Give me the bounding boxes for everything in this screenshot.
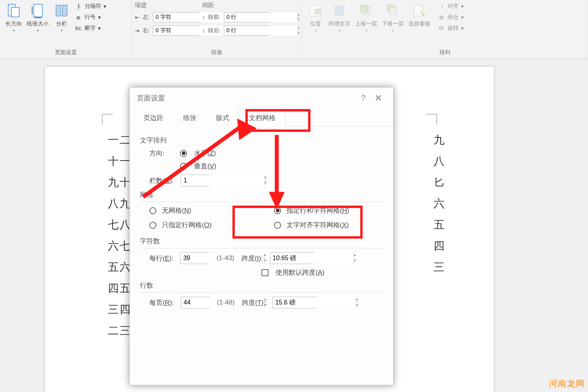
dialog-title: 页面设置 [137,93,165,103]
chevron-down-icon: ▾ [98,25,101,31]
wrap-button[interactable]: 环绕文字▾ [326,2,353,33]
send-backward-icon [385,2,401,19]
backward-button[interactable]: 下移一层▾ [379,2,406,33]
columns-count-input[interactable]: ▴▾ [181,175,210,186]
hyphenation-icon: bc [74,24,82,32]
lines-per-page-range: (1-48) [217,299,234,306]
close-icon[interactable]: ✕ [370,93,386,104]
indent-right-input[interactable]: ▴▾ [153,26,199,36]
default-pitch-label: 使用默认跨度(A) [276,268,325,277]
radio-no-grid-label: 无网格(N) [162,206,191,215]
group-label-page-setup: 页面设置 [0,47,131,58]
svg-rect-8 [315,9,320,14]
tab-document-grid[interactable]: 文档网格 [239,109,285,126]
help-icon[interactable]: ? [356,93,370,103]
radio-no-grid[interactable] [149,207,156,214]
radio-line-char-grid-label: 指定行和字符网格(H) [287,206,349,215]
margin-corner-icon [426,114,437,125]
svg-rect-16 [414,5,423,16]
group-icon: ⧉ [437,13,445,21]
svg-rect-1 [11,7,19,17]
document-text-right: 九八匕六五四三 [434,129,445,278]
default-pitch-checkbox[interactable] [261,269,269,276]
dialog-tabs: 页边距 纸张 版式 文档网格 [130,109,393,126]
indent-title: 缩进 [135,2,150,9]
margin-corner-icon [102,114,113,125]
ribbon-group-paragraph: 缩进 间距 ⇤ 左: ▴▾ ↕ 段前: ▴▾ ⇥ 右: ▴▾ ↕ 段后: ▴▾ … [132,0,302,58]
rotate-button[interactable]: ⟳旋转▾ [437,24,464,32]
columns-count-label: 栏数(C): [149,176,174,185]
radio-line-char-grid[interactable] [274,207,281,214]
spacing-after-input[interactable]: ▴▾ [224,26,270,36]
spacing-title: 间距 [202,2,270,9]
chars-per-line-label: 每行(E): [149,254,173,263]
lines-per-page-input[interactable]: ▴▾ [181,297,210,308]
chars-per-line-range: (1-43) [216,254,234,262]
hyphenation-button[interactable]: bc断字▾ [74,24,106,32]
document-text-left: 一二十一九十八九七八六七五六四五三四二三 [108,129,131,341]
group-label-arrange: 排列 [302,47,588,58]
tab-paper[interactable]: 纸张 [173,109,206,126]
radio-horizontal[interactable] [180,150,187,157]
indent-left-input[interactable]: ▴▾ [153,12,199,22]
chevron-down-icon: ▾ [13,28,15,33]
radio-vertical[interactable] [180,163,187,170]
position-icon [307,2,324,19]
orientation-icon [5,2,22,19]
bring-forward-icon [358,2,374,19]
align-button[interactable]: ⫞对齐▾ [437,2,464,10]
size-icon [29,2,46,19]
page-setup-dialog: 页面设置 ? ✕ 页边距 纸张 版式 文档网格 文字排列 方向: 水平(Z) 垂… [129,87,394,385]
radio-lines-only-label: 只指定行网格(O) [162,221,212,230]
section-lines: 行数 [140,281,383,290]
tab-margins[interactable]: 页边距 [134,109,173,126]
line-numbers-icon: ≣ [74,13,82,21]
tab-layout[interactable]: 版式 [206,109,239,126]
spacing-before-input[interactable]: ▴▾ [224,12,270,22]
svg-rect-5 [56,5,61,16]
group-button[interactable]: ⧉组合▾ [437,13,464,21]
align-icon: ⫞ [437,2,445,10]
radio-vertical-label: 垂直(V) [194,162,216,171]
svg-rect-6 [62,5,67,16]
svg-rect-2 [34,4,42,17]
breaks-icon: ╞ [74,2,82,10]
columns-button[interactable]: 分栏 ▾ [51,2,72,33]
spacing-before-icon: ↕ [202,14,205,20]
size-button[interactable]: 纸张大小 ▾ [24,2,51,33]
ribbon-group-arrange: 位置▾ 环绕文字▾ 上移一层▾ 下移一层▾ 选择窗格 ⫞对齐▾ ⧉组合▾ ⟳旋转… [302,0,588,58]
indent-left-icon: ⇤ [135,14,140,20]
section-text-direction: 文字排列 [140,136,383,145]
size-label: 纸张大小 [27,20,49,27]
forward-button[interactable]: 上移一层▾ [353,2,379,33]
selection-pane-button[interactable]: 选择窗格 [406,2,433,28]
chars-per-line-input[interactable]: ▴▾ [180,252,209,264]
wrap-icon [331,2,348,19]
ribbon: 长方向 ▾ 纸张大小 ▾ 分栏 ▾ ╞分隔符▾ ≣行号▾ bc断字▾ 页面设置 [0,0,588,59]
columns-icon [53,2,70,19]
line-numbers-button[interactable]: ≣行号▾ [74,13,106,21]
chevron-down-icon: ▾ [61,28,63,33]
svg-rect-15 [390,7,397,15]
indent-right-icon: ⇥ [135,27,140,34]
svg-rect-9 [336,7,343,14]
breaks-button[interactable]: ╞分隔符▾ [74,2,106,10]
line-pitch-label: 跨度(T): [242,298,265,307]
position-button[interactable]: 位置▾ [305,2,326,33]
line-pitch-input[interactable]: ▴▾ [272,297,316,308]
direction-label: 方向: [149,149,173,158]
dialog-titlebar[interactable]: 页面设置 ? ✕ [130,88,393,109]
chevron-down-icon: ▾ [37,28,39,33]
chevron-down-icon: ▾ [98,14,101,20]
spacing-after-label: 段后: [208,27,221,34]
radio-snap-grid[interactable] [274,222,281,229]
radio-lines-only[interactable] [149,222,156,229]
selection-pane-icon [411,2,428,19]
radio-horizontal-label: 水平(Z) [194,149,216,158]
indent-right-label: 右: [143,27,150,34]
char-pitch-input[interactable]: ▴▾ [270,252,314,264]
columns-label: 分栏 [56,20,67,27]
orientation-label: 长方向 [5,20,22,27]
orientation-button[interactable]: 长方向 ▾ [3,2,24,33]
section-chars: 字符数 [140,237,383,246]
